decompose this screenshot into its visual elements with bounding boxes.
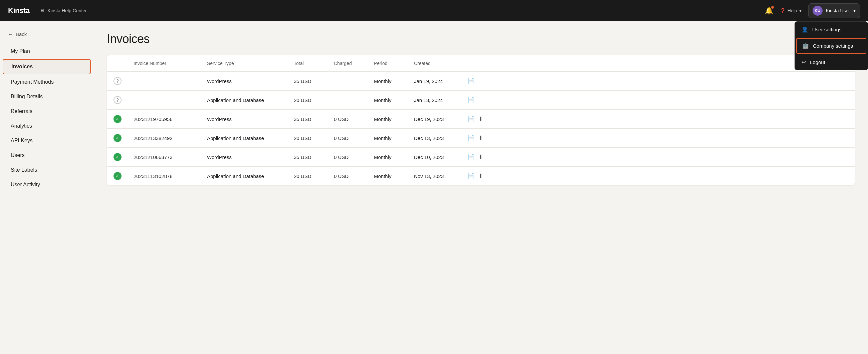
col-invoice-number: Invoice Number [133,61,207,66]
table-row: ✓ 20231219705956 WordPress 35 USD 0 USD … [107,110,855,129]
col-charged: Charged [334,61,374,66]
user-menu-button[interactable]: KU Kinsta User ▾ [808,3,860,18]
row-total: 20 USD [294,135,334,141]
user-dropdown-menu: 👤 User settings 🏢 Company settings ↩ Log… [795,21,868,70]
col-service-type: Service Type [207,61,294,66]
sidebar-item-users[interactable]: Users [3,148,91,162]
row-created: Nov 13, 2023 [414,173,467,179]
dropdown-logout[interactable]: ↩ Logout [795,54,868,70]
sidebar-item-my-plan[interactable]: My Plan [3,44,91,58]
company-settings-icon: 🏢 [802,43,809,49]
row-charged: 0 USD [334,116,374,122]
dropdown-user-settings[interactable]: 👤 User settings [795,22,868,37]
row-total: 35 USD [294,116,334,122]
row-invoice-number: 20231113102878 [133,173,207,179]
sidebar-item-referrals[interactable]: Referrals [3,104,91,118]
row-invoice-number: 20231213382492 [133,135,207,141]
sidebar-item-analytics[interactable]: Analytics [3,119,91,133]
download-invoice-icon[interactable]: ⬇ [478,115,483,123]
row-created: Jan 19, 2024 [414,78,467,84]
download-invoice-icon[interactable]: ⬇ [478,153,483,161]
row-service-type: Application and Database [207,135,294,141]
view-invoice-icon[interactable]: 📄 [467,134,475,142]
help-center-icon: 🖥 [40,8,45,13]
row-created: Dec 19, 2023 [414,116,467,122]
row-status: ✓ [114,115,133,123]
row-actions: 📄 ⬇ [467,153,494,161]
row-charged: 0 USD [334,135,374,141]
view-invoice-icon[interactable]: 📄 [467,172,475,180]
logout-icon: ↩ [802,59,806,65]
row-created: Jan 13, 2024 [414,97,467,103]
table-row: ? Application and Database 20 USD Monthl… [107,91,855,110]
main-content: Invoices Invoice Number Service Type Tot… [93,21,868,354]
view-invoice-icon[interactable]: 📄 [467,77,475,85]
row-actions: 📄 ⬇ [467,172,494,180]
success-status-icon: ✓ [114,134,122,142]
notification-dot [771,6,774,9]
back-button[interactable]: ← Back [0,28,93,40]
view-invoice-icon[interactable]: 📄 [467,115,475,123]
row-service-type: Application and Database [207,97,294,103]
page-title: Invoices [107,32,855,46]
sidebar-item-billing-details[interactable]: Billing Details [3,90,91,104]
download-invoice-icon[interactable]: ⬇ [478,172,483,180]
view-invoice-icon[interactable]: 📄 [467,153,475,161]
row-service-type: WordPress [207,154,294,160]
help-label: Help [787,8,797,13]
col-actions [467,61,494,66]
row-actions: 📄 [467,77,494,85]
table-row: ? WordPress 35 USD Monthly Jan 19, 2024 … [107,72,855,91]
row-status: ✓ [114,153,133,161]
table-row: ✓ 20231213382492 Application and Databas… [107,129,855,148]
row-actions: 📄 ⬇ [467,134,494,142]
row-period: Monthly [374,135,414,141]
dropdown-company-settings[interactable]: 🏢 Company settings [796,38,866,54]
header: Kinsta 🖥 Kinsta Help Center 🔔 ❓ Help ▾ K… [0,0,868,21]
sidebar-item-site-labels[interactable]: Site Labels [3,163,91,177]
sidebar-item-invoices[interactable]: Invoices [3,59,91,74]
user-settings-label: User settings [812,27,842,32]
header-right: 🔔 ❓ Help ▾ KU Kinsta User ▾ [765,3,860,18]
company-settings-label: Company settings [813,43,853,49]
user-name-label: Kinsta User [826,8,850,13]
help-chevron-icon: ▾ [799,8,802,13]
row-charged: 0 USD [334,154,374,160]
row-status: ? [114,77,133,85]
sidebar-item-api-keys[interactable]: API Keys [3,134,91,148]
row-actions: 📄 [467,96,494,104]
col-period: Period [374,61,414,66]
view-invoice-icon[interactable]: 📄 [467,96,475,104]
row-status: ✓ [114,134,133,142]
row-service-type: Application and Database [207,173,294,179]
row-period: Monthly [374,154,414,160]
help-center-link[interactable]: 🖥 Kinsta Help Center [40,8,87,13]
table-row: ✓ 20231210663773 WordPress 35 USD 0 USD … [107,148,855,167]
pending-status-icon: ? [114,96,122,104]
row-status: ? [114,96,133,104]
pending-status-icon: ? [114,77,122,85]
help-center-label: Kinsta Help Center [48,8,87,13]
row-created: Dec 13, 2023 [414,135,467,141]
success-status-icon: ✓ [114,172,122,180]
table-header: Invoice Number Service Type Total Charge… [107,55,855,72]
notification-bell[interactable]: 🔔 [765,7,773,15]
row-period: Monthly [374,78,414,84]
logout-label: Logout [810,59,825,65]
success-status-icon: ✓ [114,153,122,161]
row-charged: 0 USD [334,173,374,179]
row-period: Monthly [374,173,414,179]
user-chevron-icon: ▾ [853,8,856,13]
help-button[interactable]: ❓ Help ▾ [780,8,802,13]
sidebar-item-payment-methods[interactable]: Payment Methods [3,75,91,89]
back-arrow-icon: ← [8,31,13,37]
help-circle-icon: ❓ [780,8,785,13]
back-label: Back [16,31,27,37]
col-status [114,61,133,66]
main-layout: ← Back My Plan Invoices Payment Methods … [0,21,868,354]
row-period: Monthly [374,97,414,103]
sidebar-item-user-activity[interactable]: User Activity [3,178,91,192]
user-avatar: KU [813,6,823,16]
download-invoice-icon[interactable]: ⬇ [478,134,483,142]
row-total: 35 USD [294,154,334,160]
